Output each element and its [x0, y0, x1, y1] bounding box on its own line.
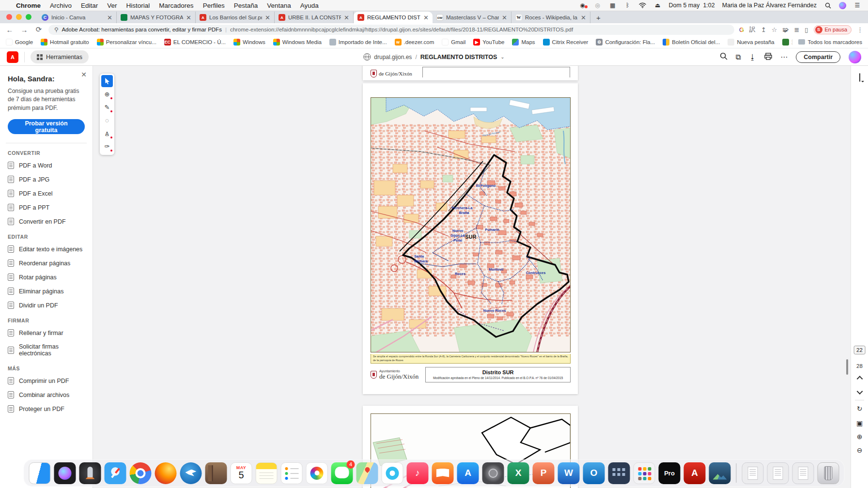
tab-close-icon[interactable]: ✕	[344, 14, 349, 21]
menu-item-historial[interactable]: Historial	[126, 2, 150, 9]
bookmark-item[interactable]: Boletín Oficial del...	[663, 39, 720, 46]
tab-inactive[interactable]: cwMasterclass V – Charly's Way A✕	[433, 12, 512, 23]
dock-find-my-icon[interactable]	[382, 462, 403, 484]
menubar-user[interactable]: Maria de la Paz Álvarez Fernández	[722, 2, 817, 9]
close-window-button[interactable]	[6, 14, 12, 20]
print-icon[interactable]	[764, 53, 772, 61]
extensions-icon[interactable]: 🧩︎	[782, 26, 789, 33]
bookmark-item[interactable]: Windows	[233, 39, 265, 46]
eject-icon[interactable]: ⏏	[654, 2, 662, 9]
bookmark-item[interactable]: w.deezer.com	[395, 39, 434, 46]
more-options-icon[interactable]: ⋯	[780, 53, 788, 61]
dock-thunderbird-icon[interactable]	[180, 462, 202, 484]
profile-chip[interactable]: S En pausa	[814, 25, 852, 34]
back-button[interactable]: ←	[5, 26, 15, 34]
dock-excel-icon[interactable]: X	[508, 462, 529, 484]
omnibox[interactable]: ⚲ Adobe Acrobat: herramientas para conve…	[48, 25, 734, 35]
dock-finder-icon[interactable]	[29, 462, 51, 484]
window-controls[interactable]	[0, 14, 38, 23]
dock-photo-booth-icon[interactable]	[482, 462, 504, 484]
menu-item-pestaña[interactable]: Pestaña	[234, 2, 258, 9]
dock-photos-icon[interactable]	[306, 462, 328, 484]
browser-menu-icon[interactable]: ⋮	[857, 26, 863, 33]
breadcrumb[interactable]: drupal.gijon.es / REGLAMENTO DISTRITOS ⌄	[363, 53, 504, 61]
menu-item-marcadores[interactable]: Marcadores	[159, 2, 193, 9]
dock-messages-icon[interactable]: 4	[331, 462, 353, 484]
dock-recent-doc-1-icon[interactable]	[742, 462, 764, 484]
sidebar-item-dividir-un-pdf[interactable]: Dividir un PDF	[8, 302, 85, 309]
siri-icon[interactable]	[839, 2, 846, 9]
dock-maps-icon[interactable]	[356, 462, 378, 484]
bookmark-item[interactable]: ⚙Configuración: Fla...	[596, 39, 655, 46]
reading-list-icon[interactable]: ≣	[794, 26, 799, 33]
sidebar-item-rotar-p-ginas[interactable]: Rotar páginas	[8, 274, 85, 281]
bookmark-item[interactable]: Importado de Inte...	[329, 39, 387, 46]
current-page-indicator[interactable]: 22	[853, 346, 866, 354]
bookmark-item[interactable]: Personalizar víncu...	[97, 39, 156, 46]
sidebar-item-reordenar-p-ginas[interactable]: Reordenar páginas	[8, 259, 85, 267]
previous-page-icon[interactable]	[856, 376, 863, 382]
pdf-viewport[interactable]: ⊕ ✎ ◌ A̲ ✑ de Gijón/Xixón	[93, 66, 851, 488]
dock-pro-app-icon[interactable]: Pro	[659, 462, 681, 484]
fit-page-icon[interactable]: ▣	[856, 419, 863, 427]
dock-reminders-icon[interactable]	[281, 462, 303, 484]
keyboard-status-icon[interactable]: ▦	[609, 2, 617, 9]
dock-launchpad-icon[interactable]	[79, 462, 101, 484]
all-bookmarks-button[interactable]: Todos los marcadores	[792, 39, 863, 45]
comment-tool-button[interactable]: ⊕	[101, 88, 113, 100]
add-text-tool-button[interactable]: A̲	[101, 127, 113, 139]
free-trial-button[interactable]: Probar versión gratuita	[8, 119, 85, 134]
pdf-scrollbar-thumb[interactable]	[846, 359, 848, 375]
dock-acrobat-icon[interactable]: A	[684, 462, 706, 484]
sidebar-item-editar-texto-e-im-genes[interactable]: Editar texto e imágenes	[8, 245, 85, 253]
tab-close-icon[interactable]: ✕	[107, 14, 112, 21]
bookmark-item[interactable]: Maps	[512, 39, 535, 46]
notification-center-icon[interactable]: ☰	[853, 2, 861, 9]
select-tool-button[interactable]	[101, 75, 113, 87]
comments-panel-icon[interactable]	[859, 74, 860, 81]
menu-item-chrome[interactable]: Chrome	[16, 2, 41, 9]
tab-close-icon[interactable]: ✕	[265, 14, 270, 21]
zoom-window-button[interactable]	[26, 14, 31, 20]
tools-button[interactable]: Herramientas	[31, 50, 89, 63]
bookmark-item[interactable]: ECEL COMERCIO - Ú...	[164, 39, 226, 46]
sidebar-item-eliminar-p-ginas[interactable]: Eliminar páginas	[8, 288, 85, 295]
sidebar-item-pdf-a-excel[interactable]: PDF a Excel	[8, 190, 85, 197]
pages-icon[interactable]: ⧉	[736, 53, 741, 61]
dock-notes-icon[interactable]	[256, 462, 278, 484]
minimize-window-button[interactable]	[16, 14, 22, 20]
pencil-tool-button[interactable]: ✎	[101, 101, 113, 113]
sidebar-item-convertir-en-pdf[interactable]: Convertir en PDF	[8, 218, 85, 225]
dock-safari-icon[interactable]	[105, 462, 126, 484]
tab-inactive[interactable]: AURBE II. LA CONSTRUCCION H✕	[275, 12, 354, 23]
tab-close-icon[interactable]: ✕	[186, 14, 191, 21]
menu-item-ventana[interactable]: Ventana	[267, 2, 291, 9]
lasso-tool-button[interactable]: ◌	[101, 114, 113, 126]
sidebar-item-rellenar-y-firmar[interactable]: Rellenar y firmar	[8, 329, 85, 336]
side-panel-icon[interactable]: ▯	[805, 26, 808, 33]
bookmark-item[interactable]: GGoogle	[6, 39, 33, 46]
menu-item-ayuda[interactable]: Ayuda	[300, 2, 319, 9]
bookmark-item[interactable]: MGmail	[442, 39, 465, 46]
rotate-page-icon[interactable]: ↻	[857, 405, 863, 412]
tab-inactive[interactable]: CInicio - Canva✕	[38, 12, 117, 23]
sidebar-item-pdf-a-word[interactable]: PDF a Word	[8, 162, 85, 169]
bookmark-item[interactable]: Windows Media	[273, 39, 322, 46]
dock-app-store-icon[interactable]: A	[457, 462, 479, 484]
dock-remote-desktop-icon[interactable]	[608, 462, 630, 484]
dock-recent-doc-2-icon[interactable]	[767, 462, 789, 484]
bookmark-item[interactable]: Hotmail gratuito	[41, 39, 89, 46]
menubar-clock[interactable]: Dom 5 may 1:02	[669, 2, 715, 9]
download-icon[interactable]: ⭳︎	[749, 53, 756, 61]
spotlight-icon[interactable]	[824, 2, 832, 9]
search-icon[interactable]	[720, 52, 728, 61]
tab-close-icon[interactable]: ✕	[502, 14, 507, 21]
sign-tool-button[interactable]: ✑	[101, 140, 113, 152]
tab-inactive[interactable]: MAPAS Y FOTOGRAFIAS LIMIT✕	[117, 12, 196, 23]
sidebar-item-solicitar-firmas-electr-nicas[interactable]: Solicitar firmas electrónicas	[8, 343, 85, 357]
tab-inactive[interactable]: WRoces - Wikipedia, la enciclope✕	[512, 12, 590, 23]
menu-item-archivo[interactable]: Archivo	[50, 2, 72, 9]
status-dial-icon[interactable]: ◎	[594, 2, 602, 9]
menu-item-perfiles[interactable]: Perfiles	[203, 2, 225, 9]
zoom-in-icon[interactable]: ⊕	[857, 433, 863, 441]
